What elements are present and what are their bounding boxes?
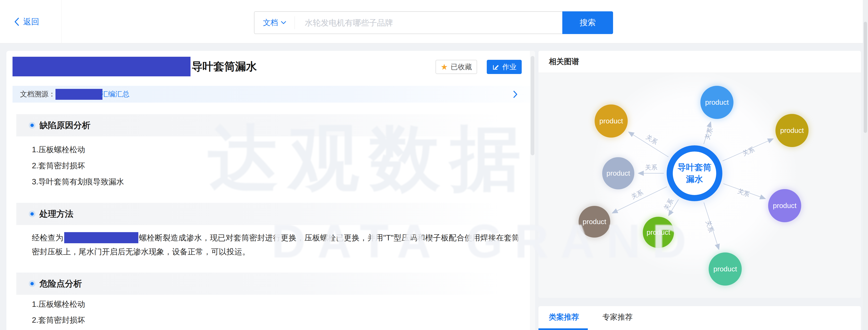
edge-label: 关系	[741, 146, 756, 157]
tab-similar-cases[interactable]: 类案推荐	[549, 306, 579, 328]
star-icon: ★	[441, 63, 448, 71]
edit-icon	[492, 63, 499, 71]
section-risk-analysis: 危险点分析	[16, 273, 524, 295]
section-heading: 缺陷原因分析	[39, 119, 90, 131]
redacted-source-block	[56, 89, 102, 100]
graph-node[interactable]: product	[579, 206, 610, 238]
top-header: 返回 文档 搜索	[0, 0, 868, 43]
page-scrollbar[interactable]	[863, 0, 868, 330]
redacted-title-block	[12, 57, 190, 76]
source-link[interactable]: 汇编汇总	[101, 89, 129, 99]
graph-node[interactable]: product	[595, 105, 628, 138]
bullet-dot-icon	[30, 212, 34, 216]
search-button[interactable]: 搜索	[562, 11, 613, 34]
search-category-dropdown[interactable]: 文档	[254, 18, 294, 28]
treatment-paragraph: 经检查为螺栓断裂造成渗水，现已对套筒密封进行更换，压板螺栓已更换，并用"T"型压…	[32, 231, 520, 258]
graph-node[interactable]: product	[701, 86, 734, 119]
chevron-left-icon	[14, 17, 19, 26]
graph-node[interactable]: product	[775, 114, 808, 147]
search-bar: 文档 搜索	[254, 11, 613, 34]
bullet-dot-icon	[30, 282, 34, 285]
graph-node[interactable]: product	[709, 252, 742, 285]
defect-item: 2.套筒密封损坏	[32, 161, 85, 171]
edge-label: 关系	[662, 197, 675, 212]
document-title: 导叶套筒漏水	[192, 57, 257, 76]
work-button[interactable]: 作业	[487, 60, 522, 74]
section-heading: 危险点分析	[39, 278, 82, 290]
active-tab-indicator	[538, 328, 588, 330]
edge-label: 关系	[704, 127, 714, 141]
defect-item: 3.导叶套筒有划痕导致漏水	[32, 176, 124, 187]
hub-label-line1: 导叶套筒	[678, 161, 712, 173]
graph-node[interactable]: product	[768, 189, 801, 222]
source-label: 文档溯源：	[20, 89, 56, 99]
section-treatment-method: 处理方法	[16, 203, 524, 225]
redacted-inline-block	[64, 232, 138, 243]
header-divider	[61, 0, 62, 43]
search-input[interactable]	[295, 12, 562, 33]
tab-experts[interactable]: 专家推荐	[602, 306, 633, 328]
risk-item: 2.套筒密封损坏	[32, 315, 85, 326]
edge-label: 关系	[705, 219, 715, 233]
recommendation-tabs-card: 类案推荐 专家推荐	[538, 306, 861, 330]
graph-node[interactable]: product	[643, 217, 674, 248]
favorited-label: 已收藏	[451, 62, 472, 72]
knowledge-graph-canvas[interactable]: 关系关系关系关系关系关系关系关系 导叶套筒 漏水 productproductp…	[538, 73, 861, 298]
defect-item: 1.压板螺栓松动	[32, 144, 85, 155]
graph-node[interactable]: product	[602, 157, 634, 189]
hub-label-line2: 漏水	[686, 173, 703, 185]
back-label: 返回	[23, 16, 39, 27]
page-scrollbar-thumb[interactable]	[864, 22, 867, 133]
document-scrollbar-thumb[interactable]	[531, 56, 534, 155]
document-source-row[interactable]: 文档溯源： 汇编汇总	[12, 86, 530, 103]
graph-panel-title: 相关图谱	[538, 51, 861, 73]
paragraph-text: 经检查为	[32, 233, 63, 242]
risk-item: 1.压板螺栓松动	[32, 299, 85, 310]
work-label: 作业	[502, 62, 517, 72]
document-card: 导叶套筒漏水 ★ 已收藏 作业 文档溯源： 汇编汇总 缺陷原因分析 1.压板螺栓…	[6, 51, 535, 330]
bullet-dot-icon	[30, 123, 34, 127]
favorited-button[interactable]: ★ 已收藏	[436, 60, 477, 74]
edge-label: 关系	[645, 164, 657, 171]
edge-label: 关系	[645, 133, 659, 146]
related-graph-card: 相关图谱 关系关系关系关系关系关系关系关系 导叶套筒 漏水 productpro…	[538, 51, 861, 298]
graph-hub-node[interactable]: 导叶套筒 漏水	[666, 145, 722, 201]
section-heading: 处理方法	[39, 208, 73, 220]
chevron-down-icon	[281, 21, 286, 24]
edge-label: 关系	[737, 187, 751, 198]
section-defect-analysis: 缺陷原因分析	[16, 114, 524, 136]
chevron-right-icon[interactable]	[513, 90, 518, 100]
back-button[interactable]: 返回	[14, 0, 39, 43]
search-category-label: 文档	[263, 18, 278, 28]
document-scrollbar[interactable]	[530, 51, 535, 330]
